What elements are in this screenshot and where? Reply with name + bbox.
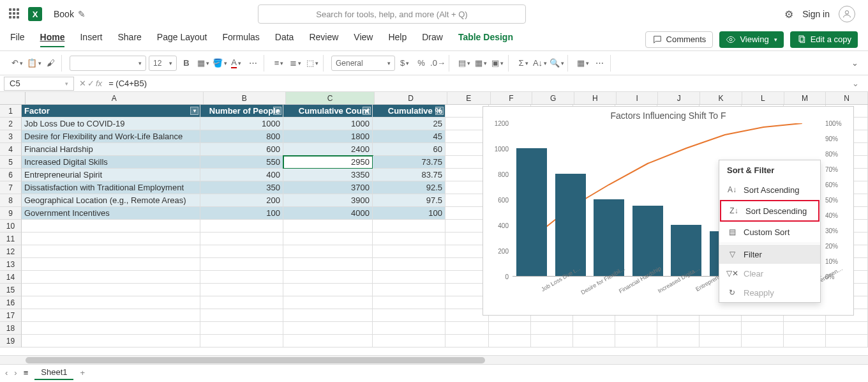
cell-C3[interactable]: 1800 xyxy=(283,130,373,143)
cell-C11[interactable] xyxy=(283,233,373,245)
font-color-button[interactable]: A▾ xyxy=(229,56,243,70)
viewing-mode-button[interactable]: Viewing▾ xyxy=(719,31,783,48)
cell-A11[interactable] xyxy=(22,233,200,245)
cancel-formula-icon[interactable]: ✕ xyxy=(79,79,86,88)
cell-C16[interactable] xyxy=(283,296,373,309)
cell-C12[interactable] xyxy=(283,245,373,258)
col-header-J[interactable]: J xyxy=(658,92,700,104)
settings-icon[interactable]: ⚙ xyxy=(784,8,793,20)
cell-C17[interactable] xyxy=(283,309,373,322)
cell-H18[interactable] xyxy=(573,322,615,335)
row-header-7[interactable]: 7 xyxy=(0,181,22,194)
cell-D5[interactable]: 73.75 xyxy=(373,156,445,169)
comments-button[interactable]: Comments xyxy=(645,31,714,48)
more-commands-button[interactable]: ⋯ xyxy=(592,56,606,70)
cell-C5[interactable]: 2950 xyxy=(283,156,373,169)
custom-sort-item[interactable]: ▤ Custom Sort xyxy=(719,222,820,241)
row-header-14[interactable]: 14 xyxy=(0,271,22,284)
cell-E18[interactable] xyxy=(445,322,489,335)
cell-A17[interactable] xyxy=(22,309,200,322)
cell-B6[interactable]: 400 xyxy=(200,169,283,181)
sheet-next-button[interactable]: › xyxy=(14,368,17,378)
cell-B3[interactable]: 800 xyxy=(200,130,283,143)
cell-D10[interactable] xyxy=(373,220,445,233)
row-header-6[interactable]: 6 xyxy=(0,169,22,181)
cell-A18[interactable] xyxy=(22,322,200,335)
filter-drop-icon[interactable]: ▾ xyxy=(190,107,198,115)
row-header-18[interactable]: 18 xyxy=(0,322,22,335)
sheet-prev-button[interactable]: ‹ xyxy=(5,368,8,378)
cell-D15[interactable] xyxy=(373,284,445,296)
sort-ascending-item[interactable]: A↓ Sort Ascending xyxy=(719,180,820,199)
row-header-1[interactable]: 1 xyxy=(0,105,22,118)
cell-A8[interactable]: Geographical Location (e.g., Remote Area… xyxy=(22,194,200,207)
cell-D1[interactable]: Cumulative %▾ xyxy=(373,105,445,118)
cell-J18[interactable] xyxy=(657,322,700,335)
col-header-I[interactable]: I xyxy=(617,92,659,104)
cell-B2[interactable]: 1000 xyxy=(200,118,283,130)
cell-B4[interactable]: 600 xyxy=(200,143,283,156)
tab-draw[interactable]: Draw xyxy=(422,32,443,47)
autosum-button[interactable]: Σ▾ xyxy=(516,56,530,70)
cell-L19[interactable] xyxy=(742,335,784,348)
cell-D17[interactable] xyxy=(373,309,445,322)
col-header-D[interactable]: D xyxy=(375,92,447,104)
find-button[interactable]: 🔍▾ xyxy=(550,56,564,70)
cell-D8[interactable]: 97.5 xyxy=(373,194,445,207)
fx-icon[interactable]: fx xyxy=(96,79,102,88)
cell-C7[interactable]: 3700 xyxy=(283,181,373,194)
cell-C9[interactable]: 4000 xyxy=(283,207,373,220)
cell-B12[interactable] xyxy=(200,245,283,258)
bold-button[interactable]: B xyxy=(179,56,193,70)
tab-data[interactable]: Data xyxy=(275,32,294,47)
col-header-F[interactable]: F xyxy=(491,92,533,104)
cell-C8[interactable]: 3900 xyxy=(283,194,373,207)
cell-A2[interactable]: Job Loss Due to COVID-19 xyxy=(22,118,200,130)
cell-D19[interactable] xyxy=(373,335,445,348)
row-header-10[interactable]: 10 xyxy=(0,220,22,233)
cell-B17[interactable] xyxy=(200,309,283,322)
tab-help[interactable]: Help xyxy=(388,32,407,47)
cell-L18[interactable] xyxy=(742,322,784,335)
select-all-corner[interactable] xyxy=(0,92,26,104)
cell-G18[interactable] xyxy=(531,322,573,335)
cell-A5[interactable]: Increased Digital Skills xyxy=(22,156,200,169)
cell-D6[interactable]: 83.75 xyxy=(373,169,445,181)
cell-A13[interactable] xyxy=(22,258,200,271)
ribbon-expand-button[interactable]: ⌄ xyxy=(848,56,862,70)
cell-B1[interactable]: Number of People▾ xyxy=(200,105,283,118)
cell-D9[interactable]: 100 xyxy=(373,207,445,220)
cell-I19[interactable] xyxy=(615,335,657,348)
col-header-A[interactable]: A xyxy=(26,92,204,104)
cell-N18[interactable] xyxy=(826,322,868,335)
decrease-decimal-button[interactable]: .0→ xyxy=(431,56,445,70)
cell-A6[interactable]: Entrepreneurial Spirit xyxy=(22,169,200,181)
cell-F19[interactable] xyxy=(489,335,531,348)
format-table-button[interactable]: ▦▾ xyxy=(474,56,488,70)
addins-button[interactable]: ▦▾ xyxy=(576,56,590,70)
row-header-19[interactable]: 19 xyxy=(0,335,22,348)
cell-C6[interactable]: 3350 xyxy=(283,169,373,181)
row-header-4[interactable]: 4 xyxy=(0,143,22,156)
workbook-name[interactable]: Book xyxy=(54,9,74,19)
number-format-select[interactable]: General▾ xyxy=(331,56,395,71)
col-header-K[interactable]: K xyxy=(700,92,742,104)
cell-styles-button[interactable]: ▣▾ xyxy=(490,56,504,70)
align-left-button[interactable]: ≡▾ xyxy=(272,56,286,70)
row-header-3[interactable]: 3 xyxy=(0,130,22,143)
cell-C1[interactable]: Cumulative Count▾ xyxy=(283,105,373,118)
cell-A14[interactable] xyxy=(22,271,200,284)
cell-A3[interactable]: Desire for Flexibility and Work-Life Bal… xyxy=(22,130,200,143)
cell-A19[interactable] xyxy=(22,335,200,348)
cell-C13[interactable] xyxy=(283,258,373,271)
cell-D13[interactable] xyxy=(373,258,445,271)
tab-formulas[interactable]: Formulas xyxy=(222,32,259,47)
filter-drop-icon[interactable]: ▾ xyxy=(273,107,281,115)
cell-A7[interactable]: Dissatisfaction with Traditional Employm… xyxy=(22,181,200,194)
cell-A10[interactable] xyxy=(22,220,200,233)
cell-A12[interactable] xyxy=(22,245,200,258)
conditional-format-button[interactable]: ▤▾ xyxy=(457,56,471,70)
avatar[interactable] xyxy=(839,6,855,22)
sort-filter-button[interactable]: A↓▾ xyxy=(533,56,547,70)
align-middle-button[interactable]: ≣▾ xyxy=(288,56,303,70)
